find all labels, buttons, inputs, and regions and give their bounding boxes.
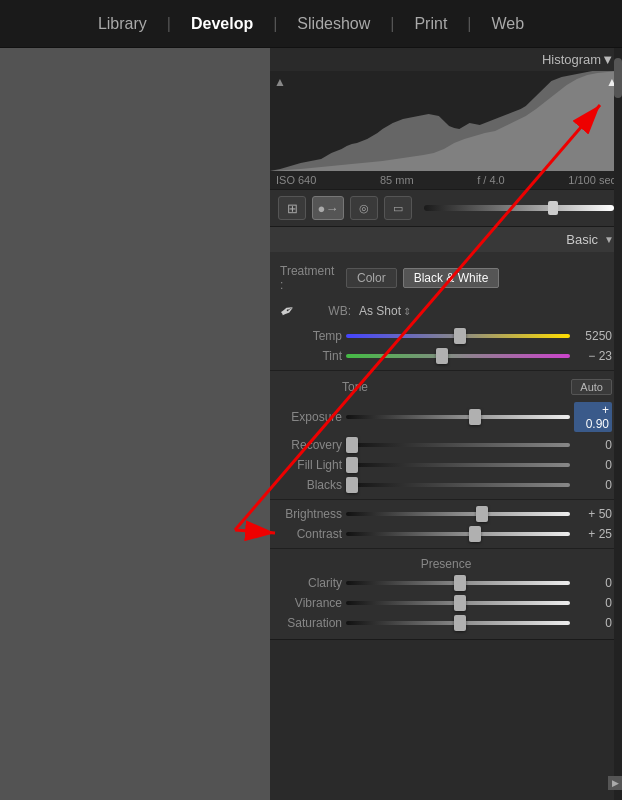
vibrance-value: 0 <box>574 596 612 610</box>
tint-slider-thumb[interactable] <box>436 348 448 364</box>
tone-curve-thumb[interactable] <box>548 201 558 215</box>
highlight-warning-left-icon[interactable]: ▲ <box>274 75 286 89</box>
left-panel <box>0 48 270 800</box>
exposure-slider-row: Exposure + 0.90 <box>270 399 622 435</box>
saturation-slider-row: Saturation 0 <box>270 613 622 633</box>
main-area: Histogram ▼ ▲ ▲ ISO 640 85 mm f / 4.0 1/… <box>0 48 622 800</box>
focal-label: 85 mm <box>380 174 414 186</box>
basic-panel-title: Basic <box>566 232 598 247</box>
treatment-bw-button[interactable]: Black & White <box>403 268 500 288</box>
brightness-slider-row: Brightness + 50 <box>270 504 622 524</box>
aperture-label: f / 4.0 <box>477 174 505 186</box>
tone-divider <box>270 370 622 371</box>
histogram-title: Histogram <box>542 52 601 67</box>
fill-light-label: Fill Light <box>280 458 342 472</box>
recovery-slider-row: Recovery 0 <box>270 435 622 455</box>
red-eye-button[interactable]: ◎ <box>350 196 378 220</box>
recovery-value: 0 <box>574 438 612 452</box>
nav-develop[interactable]: Develop <box>179 11 265 37</box>
scroll-right-arrow-icon[interactable]: ▶ <box>608 776 622 790</box>
eyedropper-icon[interactable]: ✒ <box>276 298 300 325</box>
histogram-arrow-icon[interactable]: ▼ <box>601 52 614 67</box>
fill-light-slider-track[interactable] <box>346 463 570 467</box>
recovery-slider-thumb[interactable] <box>346 437 358 453</box>
contrast-slider-thumb[interactable] <box>469 526 481 542</box>
tone-label: Tone <box>342 380 368 394</box>
contrast-slider-row: Contrast + 25 <box>270 524 622 544</box>
clarity-slider-track[interactable] <box>346 581 570 585</box>
basic-panel-header[interactable]: Basic ▼ <box>270 227 622 252</box>
blacks-value: 0 <box>574 478 612 492</box>
right-panel: Histogram ▼ ▲ ▲ ISO 640 85 mm f / 4.0 1/… <box>270 48 622 800</box>
graduated-filter-button[interactable]: ▭ <box>384 196 412 220</box>
nav-sep-2: | <box>273 15 277 33</box>
right-scrollbar[interactable] <box>614 48 622 800</box>
wb-label: WB: <box>301 304 351 318</box>
iso-label: ISO 640 <box>276 174 316 186</box>
brightness-slider-thumb[interactable] <box>476 506 488 522</box>
wb-dropdown-icon[interactable]: ⇕ <box>403 306 411 317</box>
basic-panel: Basic ▼ Treatment : Color Black & White … <box>270 227 622 640</box>
shutter-label: 1/100 sec <box>568 174 616 186</box>
presence-header: Presence <box>270 553 622 573</box>
saturation-slider-track[interactable] <box>346 621 570 625</box>
spot-removal-button[interactable]: ●→ <box>312 196 344 220</box>
nav-print[interactable]: Print <box>402 11 459 37</box>
wb-row: ✒ WB: As Shot ⇕ <box>270 296 622 326</box>
tone-curve-slider[interactable] <box>424 205 614 211</box>
fill-light-slider-thumb[interactable] <box>346 457 358 473</box>
crop-tool-button[interactable]: ⊞ <box>278 196 306 220</box>
tint-label: Tint <box>280 349 342 363</box>
exposure-label: Exposure <box>280 410 342 424</box>
contrast-slider-track[interactable] <box>346 532 570 536</box>
contrast-label: Contrast <box>280 527 342 541</box>
brightness-label: Brightness <box>280 507 342 521</box>
nav-library[interactable]: Library <box>86 11 159 37</box>
nav-sep-3: | <box>390 15 394 33</box>
nav-sep-4: | <box>467 15 471 33</box>
exposure-slider-track[interactable] <box>346 415 570 419</box>
histogram-labels: ISO 640 85 mm f / 4.0 1/100 sec <box>270 171 622 189</box>
vibrance-slider-track[interactable] <box>346 601 570 605</box>
histogram-svg <box>270 71 622 171</box>
vibrance-slider-row: Vibrance 0 <box>270 593 622 613</box>
top-navigation: Library | Develop | Slideshow | Print | … <box>0 0 622 48</box>
auto-button[interactable]: Auto <box>571 379 612 395</box>
saturation-value: 0 <box>574 616 612 630</box>
blacks-slider-track[interactable] <box>346 483 570 487</box>
presence-divider <box>270 548 622 549</box>
nav-slideshow[interactable]: Slideshow <box>285 11 382 37</box>
temp-slider-thumb[interactable] <box>454 328 466 344</box>
clarity-label: Clarity <box>280 576 342 590</box>
vibrance-label: Vibrance <box>280 596 342 610</box>
temp-slider-track[interactable] <box>346 334 570 338</box>
nav-web[interactable]: Web <box>480 11 537 37</box>
brightness-value: + 50 <box>574 507 612 521</box>
brightness-slider-track[interactable] <box>346 512 570 516</box>
exposure-slider-thumb[interactable] <box>469 409 481 425</box>
histogram-section: Histogram ▼ ▲ ▲ ISO 640 85 mm f / 4.0 1/… <box>270 48 622 190</box>
nav-sep-1: | <box>167 15 171 33</box>
saturation-slider-thumb[interactable] <box>454 615 466 631</box>
blacks-slider-thumb[interactable] <box>346 477 358 493</box>
temp-slider-row: Temp 5250 <box>270 326 622 346</box>
basic-panel-arrow-icon: ▼ <box>604 234 614 245</box>
contrast-value: + 25 <box>574 527 612 541</box>
treatment-color-button[interactable]: Color <box>346 268 397 288</box>
brightness-divider <box>270 499 622 500</box>
vibrance-slider-thumb[interactable] <box>454 595 466 611</box>
tint-slider-track[interactable] <box>346 354 570 358</box>
saturation-label: Saturation <box>280 616 342 630</box>
tint-value: − 23 <box>574 349 612 363</box>
fill-light-slider-row: Fill Light 0 <box>270 455 622 475</box>
clarity-slider-thumb[interactable] <box>454 575 466 591</box>
clarity-value: 0 <box>574 576 612 590</box>
recovery-label: Recovery <box>280 438 342 452</box>
recovery-slider-track[interactable] <box>346 443 570 447</box>
tools-bar: ⊞ ●→ ◎ ▭ <box>270 190 622 227</box>
scrollbar-thumb[interactable] <box>614 58 622 98</box>
blacks-label: Blacks <box>280 478 342 492</box>
exposure-value[interactable]: + 0.90 <box>574 402 612 432</box>
blacks-slider-row: Blacks 0 <box>270 475 622 495</box>
histogram-header: Histogram ▼ <box>270 48 622 71</box>
